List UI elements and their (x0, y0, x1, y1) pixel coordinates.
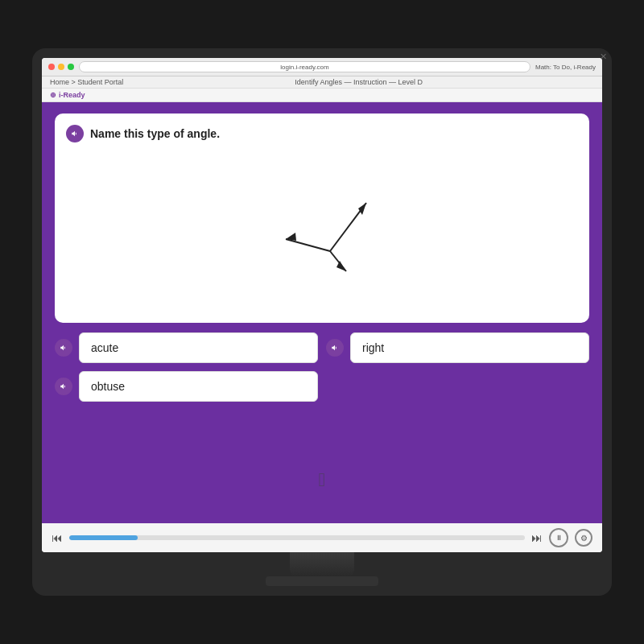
angle-diagram (66, 151, 578, 312)
skip-back-button[interactable]: ⏮ (52, 531, 63, 544)
svg-line-2 (286, 239, 330, 251)
question-card: Name this type of angle. (55, 114, 589, 323)
speaker-icon (71, 130, 79, 138)
acute-speaker-button[interactable] (55, 339, 72, 357)
app-header: ⊕ i-Ready (42, 89, 602, 102)
url-text: login.i-ready.com (280, 64, 328, 71)
page-instruction-bar: Home > Student Portal Identify Angles — … (42, 76, 602, 89)
answer-option-acute: acute (55, 332, 318, 363)
logo-icon: ⊕ (50, 91, 56, 99)
tab-title: Math: To Do, i-Ready (535, 64, 596, 71)
apple-logo:  (319, 469, 326, 491)
right-speaker-icon (331, 344, 339, 352)
answer-option-obtuse: obtuse (55, 371, 318, 402)
pause-button[interactable]: ⏸ (549, 528, 568, 547)
answer-option-right: right (326, 332, 589, 363)
answers-grid: acute right (55, 332, 589, 402)
settings-button[interactable]: ⚙ (575, 529, 592, 547)
obtuse-speaker-icon (60, 382, 68, 390)
acute-answer-button[interactable]: acute (79, 332, 318, 363)
acute-speaker-icon (60, 344, 68, 352)
question-speaker-button[interactable] (66, 125, 84, 142)
svg-marker-5 (336, 261, 346, 271)
progress-bar-track (69, 535, 525, 540)
minimize-traffic-light[interactable] (58, 64, 64, 70)
breadcrumb: Home > Student Portal (50, 78, 123, 86)
fullscreen-traffic-light[interactable] (68, 64, 74, 70)
iready-logo: ⊕ i-Ready (50, 91, 85, 99)
progress-area: ⏮ ⏭ ⏸ ⚙ (42, 523, 602, 552)
monitor: login.i-ready.com Math: To Do, i-Ready ✕… (32, 48, 612, 596)
monitor-stand (290, 552, 354, 576)
traffic-lights (48, 64, 74, 70)
right-answer-button[interactable]: right (350, 332, 589, 363)
address-bar[interactable]: login.i-ready.com (79, 61, 530, 72)
question-header: Name this type of angle. (66, 125, 578, 142)
progress-bar-fill (69, 535, 138, 540)
browser-close-button[interactable]: ✕ (600, 58, 602, 62)
browser-chrome: login.i-ready.com Math: To Do, i-Ready ✕ (42, 58, 602, 76)
monitor-base (266, 576, 378, 586)
right-speaker-button[interactable] (326, 339, 344, 357)
angle-svg (242, 167, 402, 295)
obtuse-speaker-button[interactable] (55, 378, 72, 395)
skip-forward-button[interactable]: ⏭ (531, 531, 543, 544)
page-title: Identify Angles — Instruction — Level D (295, 78, 423, 86)
pause-icon: ⏸ (555, 534, 563, 542)
logo-text: i-Ready (59, 91, 85, 99)
question-text: Name this type of angle. (90, 127, 220, 140)
settings-icon: ⚙ (580, 534, 588, 543)
answer-empty-slot (326, 371, 589, 402)
app-body: Name this type of angle. (42, 102, 602, 523)
close-traffic-light[interactable] (48, 64, 55, 70)
obtuse-answer-button[interactable]: obtuse (79, 371, 318, 402)
